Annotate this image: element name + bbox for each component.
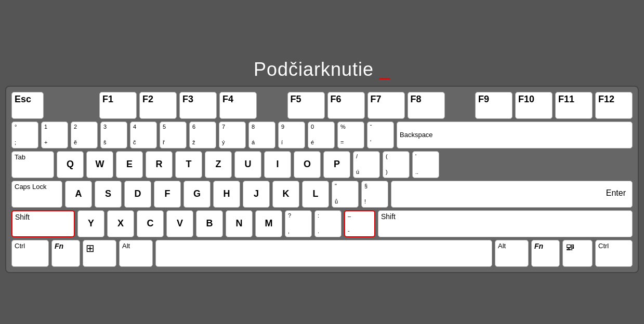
key-capslock[interactable]: Caps Lock bbox=[11, 181, 62, 208]
key-backtick[interactable]: ° ; bbox=[11, 122, 38, 148]
key-f1[interactable]: F1 bbox=[99, 92, 137, 119]
key-a[interactable]: A bbox=[65, 181, 92, 208]
key-v[interactable]: V bbox=[166, 210, 193, 237]
key-alt-left[interactable]: Alt bbox=[119, 240, 153, 267]
key-alt-right[interactable]: Alt bbox=[495, 240, 529, 267]
key-backspace[interactable]: Backspace bbox=[397, 122, 633, 148]
key-l[interactable]: L bbox=[302, 181, 329, 208]
key-j[interactable]: J bbox=[243, 181, 270, 208]
key-e[interactable]: E bbox=[116, 151, 143, 178]
keyboard-container: Podčiarknutie _ Esc F1 F2 F3 F4 F5 F6 F7… bbox=[0, 46, 644, 278]
key-f2[interactable]: F2 bbox=[139, 92, 177, 119]
key-shift-left[interactable]: Shift bbox=[11, 210, 75, 237]
key-space[interactable] bbox=[155, 240, 492, 267]
key-1[interactable]: 1 + bbox=[41, 122, 68, 148]
row-fkeys: Esc F1 F2 F3 F4 F5 F6 F7 F8 F9 F10 F11 F… bbox=[11, 92, 633, 119]
key-fn-left[interactable]: Fn bbox=[51, 240, 80, 267]
key-b[interactable]: B bbox=[196, 210, 223, 237]
key-tab[interactable]: Tab bbox=[11, 151, 54, 178]
key-f5[interactable]: F5 bbox=[287, 92, 325, 119]
key-f[interactable]: F bbox=[154, 181, 181, 208]
key-bracket-left[interactable]: / ú bbox=[353, 151, 380, 178]
key-semicolon[interactable]: " ů bbox=[332, 181, 359, 208]
key-shift-right[interactable]: Shift bbox=[378, 210, 633, 237]
key-f9[interactable]: F9 bbox=[475, 92, 512, 119]
title-bar: Podčiarknutie _ bbox=[5, 51, 639, 86]
key-win[interactable]: ⊞ bbox=[83, 240, 116, 267]
key-period[interactable]: : . bbox=[314, 210, 341, 237]
row-shift: Shift Y X C V B N M ? , : . – - Shift bbox=[11, 210, 633, 237]
title-text: Podčiarknutie bbox=[254, 59, 374, 80]
key-t[interactable]: T bbox=[175, 151, 202, 178]
row-bottom: Ctrl Fn ⊞ Alt Alt Fn 🖳 Ctrl bbox=[11, 240, 633, 267]
key-quote[interactable]: § ! bbox=[361, 181, 388, 208]
key-r[interactable]: R bbox=[146, 151, 173, 178]
title-underscore: _ bbox=[379, 59, 390, 80]
key-9[interactable]: 9 í bbox=[278, 122, 305, 148]
key-s[interactable]: S bbox=[95, 181, 122, 208]
key-f11[interactable]: F11 bbox=[555, 92, 593, 119]
key-f6[interactable]: F6 bbox=[327, 92, 365, 119]
key-h[interactable]: H bbox=[213, 181, 240, 208]
key-f7[interactable]: F7 bbox=[367, 92, 405, 119]
key-d[interactable]: D bbox=[124, 181, 151, 208]
key-f8[interactable]: F8 bbox=[408, 92, 445, 119]
key-u[interactable]: U bbox=[234, 151, 261, 178]
key-x[interactable]: X bbox=[107, 210, 134, 237]
key-m[interactable]: M bbox=[255, 210, 282, 237]
key-w[interactable]: W bbox=[86, 151, 113, 178]
key-o[interactable]: O bbox=[294, 151, 321, 178]
key-y[interactable]: Y bbox=[77, 210, 104, 237]
key-bracket-right[interactable]: ( ) bbox=[383, 151, 410, 178]
row-numbers: ° ; 1 + 2 ě 3 š 4 č 5 ř bbox=[11, 122, 633, 148]
key-esc[interactable]: Esc bbox=[11, 92, 44, 119]
key-fn-right[interactable]: Fn bbox=[531, 240, 560, 267]
key-g[interactable]: G bbox=[183, 181, 211, 208]
key-f12[interactable]: F12 bbox=[595, 92, 633, 119]
key-k[interactable]: K bbox=[272, 181, 299, 208]
key-f3[interactable]: F3 bbox=[179, 92, 217, 119]
row-asdf: Caps Lock A S D F G H J K L " ů § ! Ente… bbox=[11, 181, 633, 208]
key-7[interactable]: 7 ý bbox=[219, 122, 246, 148]
key-ctrl-left[interactable]: Ctrl bbox=[11, 240, 49, 267]
key-i[interactable]: I bbox=[264, 151, 291, 178]
key-p[interactable]: P bbox=[323, 151, 350, 178]
key-menu[interactable]: 🖳 bbox=[562, 240, 593, 267]
row-qwerty: Tab Q W E R T Z U I O P / ú ( ) ' .. bbox=[11, 151, 633, 178]
key-f4[interactable]: F4 bbox=[219, 92, 257, 119]
key-n[interactable]: N bbox=[226, 210, 253, 237]
key-z[interactable]: Z bbox=[205, 151, 232, 178]
key-equal[interactable]: ˘ ' bbox=[367, 122, 394, 148]
key-8[interactable]: 8 á bbox=[248, 122, 275, 148]
key-5[interactable]: 5 ř bbox=[160, 122, 187, 148]
key-c[interactable]: C bbox=[137, 210, 164, 237]
key-4[interactable]: 4 č bbox=[130, 122, 157, 148]
key-f10[interactable]: F10 bbox=[515, 92, 553, 119]
key-comma[interactable]: ? , bbox=[285, 210, 312, 237]
key-6[interactable]: 6 ž bbox=[189, 122, 216, 148]
key-enter[interactable]: Enter bbox=[391, 181, 633, 208]
key-backslash[interactable]: ' .. bbox=[412, 151, 439, 178]
key-0[interactable]: 0 é bbox=[308, 122, 335, 148]
key-q[interactable]: Q bbox=[57, 151, 84, 178]
key-2[interactable]: 2 ě bbox=[71, 122, 98, 148]
key-3[interactable]: 3 š bbox=[100, 122, 127, 148]
key-slash[interactable]: – - bbox=[344, 210, 375, 237]
keyboard: Esc F1 F2 F3 F4 F5 F6 F7 F8 F9 F10 F11 F… bbox=[5, 86, 639, 273]
key-minus[interactable]: % = bbox=[337, 122, 364, 148]
key-ctrl-right[interactable]: Ctrl bbox=[595, 240, 633, 267]
